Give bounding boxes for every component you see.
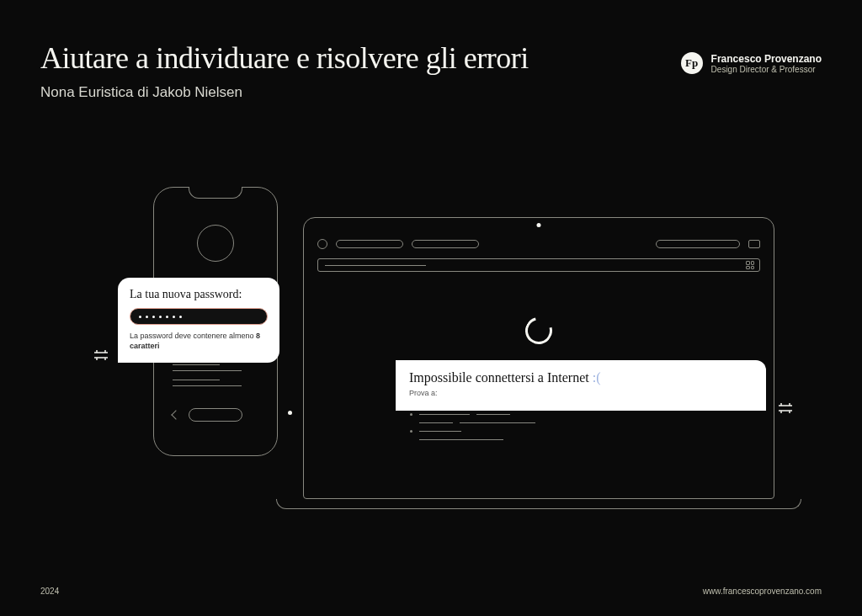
password-hint: La password deve contenere almeno 8 cara… <box>130 332 268 351</box>
highlight-marker-icon <box>779 402 792 416</box>
address-bar-mock <box>412 240 479 248</box>
laptop-mockup <box>303 217 774 499</box>
phone-placeholder-lines <box>173 364 258 391</box>
password-error-card: La tua nuova password: La password deve … <box>118 278 279 363</box>
chevron-left-icon <box>171 410 180 419</box>
camera-dot-icon <box>537 223 541 227</box>
loading-spinner-icon <box>520 312 557 349</box>
browser-toolbar <box>317 236 760 252</box>
password-input-mock <box>130 308 268 325</box>
author-role: Design Director & Professor <box>711 65 822 74</box>
address-bar-mock <box>336 240 403 248</box>
footer-year: 2024 <box>40 587 59 596</box>
phone-button-outline <box>189 408 242 422</box>
page-subtitle: Nona Euristica di Jakob Nielsen <box>40 84 529 101</box>
network-error-subtitle: Prova a: <box>409 389 753 397</box>
phone-logo-icon <box>197 225 234 262</box>
content-placeholder-lines <box>410 413 535 447</box>
phone-notch-icon <box>189 187 242 199</box>
author-block: Fp Francesco Provenzano Design Director … <box>681 52 822 74</box>
author-name: Francesco Provenzano <box>711 53 822 65</box>
laptop-base <box>276 499 801 509</box>
page-title: Aiutare a individuare e risolvere gli er… <box>40 40 529 76</box>
network-error-card: Impossibile connettersi a Internet :( Pr… <box>396 360 766 411</box>
refresh-icon <box>317 239 327 249</box>
browser-tab-bar <box>317 258 760 272</box>
grid-icon <box>746 261 754 269</box>
author-logo-icon: Fp <box>681 52 703 74</box>
highlight-marker-icon <box>94 349 108 363</box>
decorative-dot-icon <box>288 411 292 415</box>
footer-url: www.francescoprovenzano.com <box>703 587 822 596</box>
address-bar-mock <box>656 240 740 248</box>
window-control-icon <box>748 240 760 248</box>
network-error-title: Impossibile connettersi a Internet :( <box>409 370 753 385</box>
password-label: La tua nuova password: <box>130 288 268 301</box>
